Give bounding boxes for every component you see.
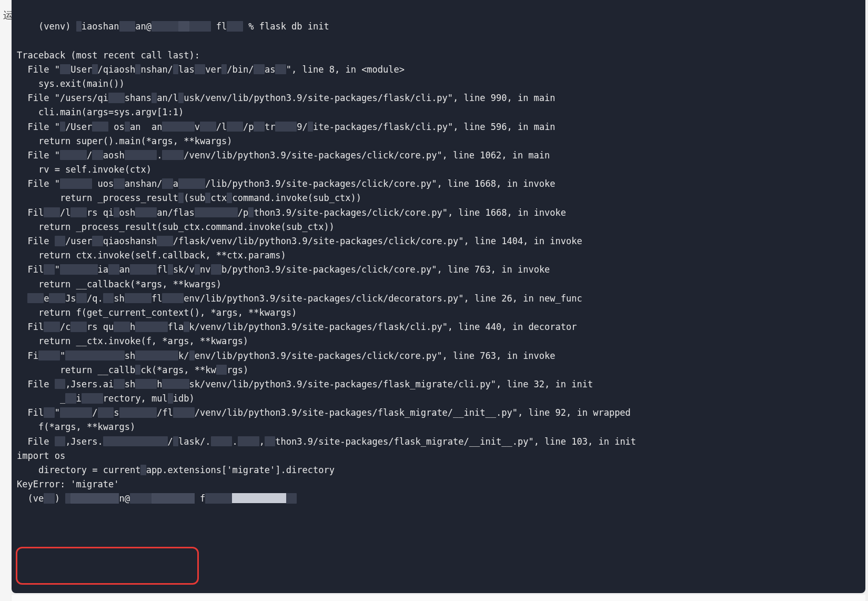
redacted-text — [65, 393, 76, 404]
redacted-text — [152, 493, 195, 504]
redacted-text — [152, 93, 157, 103]
path-segment: env/lib/python3.9/site-packages/click/de… — [184, 293, 458, 304]
redacted-text — [60, 122, 65, 132]
line-info: ", line 92, in wrapped — [512, 407, 631, 418]
redacted-text — [114, 322, 130, 332]
redacted-text — [92, 150, 103, 161]
horizontal-scrollbar[interactable] — [12, 595, 865, 601]
prompt-symbol: % — [248, 21, 254, 32]
path-segment: /q. — [87, 293, 103, 304]
file-prefix: File "/ — [27, 93, 65, 103]
path-segment: /venv/lib/python3.9/site-packages/flask_… — [195, 407, 512, 418]
path-segment: 9/ — [297, 122, 307, 132]
path-segment: /p — [238, 207, 248, 218]
path-segment: s — [114, 407, 119, 418]
path-segment: b/python3.9/site-packages/click/core.py — [221, 264, 431, 275]
redacted-text — [70, 207, 87, 218]
redacted-text — [173, 64, 178, 75]
redacted-text — [44, 207, 60, 218]
line-info: ", line 1668, in invoke — [431, 178, 555, 189]
path-segment: h — [130, 322, 135, 332]
traceback-code: cli.main(args=sys.argv[1:1) — [17, 105, 865, 119]
path-segment: nshan/ — [140, 64, 173, 75]
path-segment: . — [157, 150, 162, 161]
redacted-text — [60, 407, 92, 418]
host-text: an@ — [135, 21, 152, 32]
path-segment: ver — [205, 64, 221, 75]
path-segment: ite-packages/flask/cli.py — [313, 122, 448, 132]
redacted-text — [178, 178, 205, 189]
file-prefix: File " — [27, 150, 59, 161]
path-segment: qiaoshansh — [103, 236, 157, 246]
file-prefix: Fil — [27, 407, 44, 418]
redacted-text — [125, 150, 157, 161]
redacted-text — [211, 436, 233, 447]
line-info: ", line 1404, in invoke — [458, 236, 582, 246]
path-segment: osh — [119, 207, 136, 218]
redacted-text — [254, 122, 264, 132]
path-segment: thon3.9/site-packages/click/core.py — [254, 207, 442, 218]
path-segment: v — [195, 122, 200, 132]
redacted-text — [27, 293, 44, 304]
traceback-frame: File "/User osan anv/l/ptr9/ite-packages… — [17, 120, 865, 134]
path-segment: nv — [200, 264, 210, 275]
redacted-text — [49, 293, 65, 304]
redacted-text — [103, 293, 114, 304]
path-segment: an an — [130, 122, 162, 132]
redacted-text — [162, 122, 194, 132]
redacted-text — [65, 350, 125, 361]
path-segment: an — [119, 264, 130, 275]
line-info: ", line 32, in init — [491, 379, 593, 389]
redacted-text — [200, 122, 216, 132]
path-segment: /p — [243, 122, 254, 132]
path-segment: sh — [125, 379, 135, 389]
redacted-text — [92, 122, 108, 132]
redacted-text — [265, 436, 275, 447]
path-segment: fl — [152, 293, 162, 304]
path-segment: os — [108, 122, 125, 132]
redacted-text — [178, 21, 189, 32]
redacted-text — [130, 493, 152, 504]
redacted-text — [248, 207, 254, 218]
path-segment: sh — [125, 350, 135, 361]
traceback-code: return super().main(*args, **kwargs) — [17, 134, 865, 148]
traceback-frame: Fil"iaanflsk/vnvb/python3.9/site-package… — [17, 263, 865, 277]
redacted-text — [135, 365, 140, 375]
traceback-code: f(*args, **kwargs) — [17, 420, 865, 434]
redacted-text — [286, 493, 297, 504]
traceback-frame: File "/users/qishansan/lusk/venv/lib/pyt… — [17, 91, 865, 105]
traceback-code: return ctx.invoke(self.callback, **ctx.p… — [17, 248, 865, 263]
redacted-text — [227, 122, 243, 132]
editor-gutter: 运 — [0, 0, 11, 601]
path-segment: rs qu — [87, 322, 114, 332]
path-text: f — [200, 493, 205, 504]
terminal-panel[interactable]: (venv) iaoshanan@ fl % flask db init Tra… — [12, 0, 865, 593]
path-segment: / — [168, 436, 173, 447]
path-segment: thon3.9/site-packages/flask_migrate/__in… — [275, 436, 528, 447]
redacted-text — [189, 350, 195, 361]
redacted-text — [114, 207, 119, 218]
venv-indicator: (venv) — [38, 21, 70, 32]
redacted-text — [216, 365, 227, 375]
redacted-text — [227, 21, 243, 32]
redacted-text — [65, 493, 70, 504]
path-segment: " — [55, 264, 60, 275]
file-prefix: Fil — [27, 264, 44, 275]
path-segment: /l — [216, 122, 227, 132]
file-prefix: File " — [27, 122, 59, 132]
path-segment: rs qi — [87, 207, 114, 218]
redacted-text — [189, 21, 211, 32]
line-info: ", line 596, in main — [448, 122, 556, 132]
path-segment: as — [265, 64, 275, 75]
file-prefix: Fil — [27, 207, 44, 218]
redacted-text — [221, 64, 227, 75]
redacted-text — [168, 264, 173, 275]
command-text: flask db init — [259, 21, 329, 32]
traceback-frame: Fil/crs quhflak/venv/lib/python3.9/site-… — [17, 320, 865, 334]
redacted-text — [135, 322, 167, 332]
user-text: iaoshan — [82, 21, 119, 32]
line-info: ", line 1668, in invoke — [442, 207, 566, 218]
path-segment: tr — [265, 122, 275, 132]
redacted-text — [232, 493, 286, 503]
traceback-frame: File /userqiaoshansh/flask/venv/lib/pyth… — [17, 234, 865, 248]
